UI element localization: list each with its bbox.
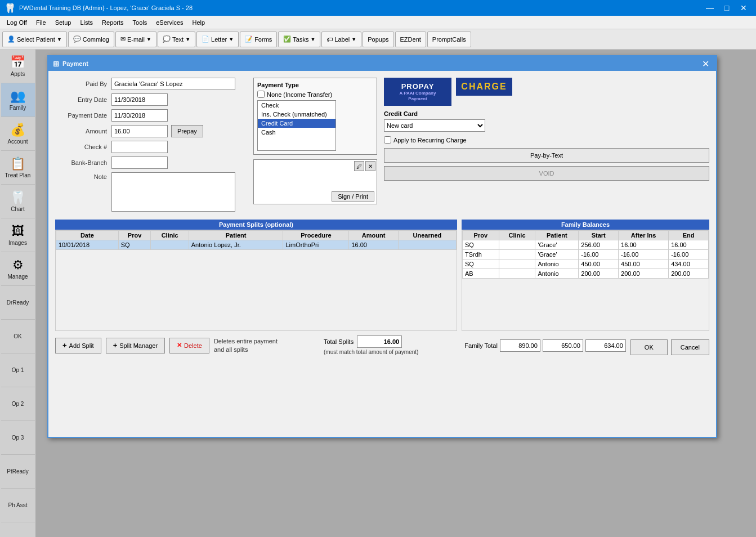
label-icon: 🏷 xyxy=(326,36,333,43)
none-income-checkbox[interactable] xyxy=(257,91,265,98)
menu-setup[interactable]: Setup xyxy=(51,18,76,27)
close-button[interactable]: ✕ xyxy=(736,0,751,16)
prepay-button[interactable]: Prepay xyxy=(171,125,203,137)
fb-clinic xyxy=(499,259,535,269)
select-patient-button[interactable]: 👤 Select Patient ▼ xyxy=(2,32,67,47)
family-total-input2[interactable] xyxy=(543,339,583,352)
payment-modal: ⊞ Payment ✕ Paid By Entry Dat xyxy=(47,55,717,438)
sidebar-item-appts-label: Appts xyxy=(11,71,25,78)
fb-afterins: 200.00 xyxy=(619,269,669,279)
fb-col-clinic: Clinic xyxy=(499,231,535,240)
sidebar-item-treat-plan[interactable]: 📋 Treat Plan xyxy=(1,151,35,185)
apply-recurring-checkbox[interactable] xyxy=(384,136,391,144)
fb-patient: Antonio xyxy=(535,269,579,279)
table-row[interactable]: AB Antonio 200.00 200.00 200.00 xyxy=(463,269,709,279)
sidebar-item-manage[interactable]: ⚙ Manage xyxy=(1,252,35,286)
commlog-button[interactable]: 💬 Commlog xyxy=(68,32,114,47)
menu-help[interactable]: Help xyxy=(188,18,210,27)
payment-right-section: PROPAY A PAAI CompanyPayment CHARGE Cred… xyxy=(384,78,709,215)
label-button[interactable]: 🏷 Label ▼ xyxy=(321,32,361,47)
amount-input[interactable] xyxy=(111,125,168,137)
total-splits-input[interactable] xyxy=(357,335,402,348)
sidebar-item-chart[interactable]: 🦷 Chart xyxy=(1,185,35,218)
entry-date-input[interactable] xyxy=(111,93,168,106)
main-area: ⊞ Payment ✕ Paid By Entry Dat xyxy=(36,50,756,537)
delete-note: Deletes entire payment and all splits xyxy=(214,337,278,353)
credit-card-select[interactable]: New card xyxy=(384,119,485,132)
table-row[interactable]: SQ 'Grace' 256.00 16.00 16.00 xyxy=(463,240,709,250)
sidebar-item-manage-label: Manage xyxy=(7,274,28,280)
family-balances-scroll[interactable]: Prov Clinic Patient Start After Ins End xyxy=(462,230,709,331)
add-split-button[interactable]: + Add Split xyxy=(55,338,101,353)
pt-item-credit-card[interactable]: Credit Card xyxy=(258,119,335,128)
sidebar-item-images-label: Images xyxy=(8,240,27,247)
sign-close-button[interactable]: ✕ xyxy=(365,161,375,171)
pt-item-cash[interactable]: Cash xyxy=(258,128,335,137)
split-manager-button[interactable]: + Split Manager xyxy=(106,338,165,353)
menu-eservices[interactable]: eServices xyxy=(151,18,187,27)
propay-text: PROPAY xyxy=(401,82,435,91)
cancel-button[interactable]: Cancel xyxy=(671,339,709,355)
promptcalls-button[interactable]: PromptCalls xyxy=(427,32,471,47)
delete-button[interactable]: ✕ Delete xyxy=(169,338,209,353)
family-total-input3[interactable] xyxy=(585,339,626,352)
paid-by-input[interactable] xyxy=(111,78,235,90)
tasks-button[interactable]: ✅ Tasks ▼ xyxy=(278,32,320,47)
sign-print-button[interactable]: Sign / Print xyxy=(332,191,374,202)
table-row[interactable]: TSrdh 'Grace' -16.00 -16.00 -16.00 xyxy=(463,250,709,259)
sign-expand-button[interactable]: 🖊 xyxy=(354,161,364,171)
payment-type-list[interactable]: Check Ins. Check (unmatched) Credit Card… xyxy=(257,100,336,151)
sidebar-item-ok[interactable]: OK xyxy=(1,320,35,353)
minimize-button[interactable]: — xyxy=(702,0,718,16)
note-label: Note xyxy=(55,173,111,180)
menu-lists[interactable]: Lists xyxy=(75,18,97,27)
ok-button[interactable]: OK xyxy=(630,339,668,355)
payment-type-box: Payment Type None (Income Transfer) Chec… xyxy=(253,78,377,155)
menu-tools[interactable]: Tools xyxy=(128,18,152,27)
sidebar-item-phasst[interactable]: Ph Asst xyxy=(1,489,35,522)
check-num-input[interactable] xyxy=(111,141,168,153)
amount-row: Amount Prepay xyxy=(55,125,247,137)
fb-col-afterins: After Ins xyxy=(619,231,669,240)
sidebar-item-op3[interactable]: Op 3 xyxy=(1,421,35,455)
sidebar-item-op2[interactable]: Op 2 xyxy=(1,387,35,421)
fb-prov: AB xyxy=(463,269,499,279)
payment-form: Paid By Entry Date Payment Date Amo xyxy=(55,78,709,215)
sidebar-item-images[interactable]: 🖼 Images xyxy=(1,218,35,252)
sidebar-item-ptready[interactable]: PtReady xyxy=(1,455,35,489)
void-button[interactable]: VOID xyxy=(384,166,709,181)
sidebar-item-op1[interactable]: Op 1 xyxy=(1,353,35,387)
sidebar-item-family[interactable]: 👥 Family xyxy=(1,83,35,117)
ezdent-button[interactable]: EZDent xyxy=(395,32,426,47)
maximize-button[interactable]: □ xyxy=(719,0,735,16)
split-unearned xyxy=(398,240,456,250)
email-button[interactable]: ✉ E-mail ▼ xyxy=(115,32,156,47)
splits-scroll[interactable]: Date Prov Clinic Patient Procedure Amoun… xyxy=(55,230,457,331)
sidebar-item-drready[interactable]: DrReady xyxy=(1,286,35,320)
popups-button[interactable]: Popups xyxy=(363,32,393,47)
sidebar-item-account[interactable]: 💰 Account xyxy=(1,117,35,151)
pt-item-ins-check[interactable]: Ins. Check (unmatched) xyxy=(258,110,335,119)
modal-close-button[interactable]: ✕ xyxy=(699,57,712,70)
note-textarea[interactable] xyxy=(111,172,235,212)
letter-button[interactable]: 📄 Letter ▼ xyxy=(196,32,239,47)
fb-clinic xyxy=(499,240,535,250)
bank-branch-input[interactable] xyxy=(111,156,168,169)
pay-by-text-button[interactable]: Pay-by-Text xyxy=(384,148,709,163)
payment-date-input[interactable] xyxy=(111,109,168,122)
splits-col-prov: Prov xyxy=(118,231,151,240)
propay-box[interactable]: PROPAY A PAAI CompanyPayment xyxy=(384,78,451,106)
charge-box[interactable]: CHARGE xyxy=(456,78,512,96)
family-total-input1[interactable] xyxy=(500,339,540,352)
menu-reports[interactable]: Reports xyxy=(97,18,128,27)
text-button[interactable]: 💭 Text ▼ xyxy=(158,32,195,47)
menu-logoff[interactable]: Log Off xyxy=(2,18,32,27)
forms-button[interactable]: 📝 Forms xyxy=(240,32,277,47)
table-row[interactable]: SQ Antonio 450.00 450.00 434.00 xyxy=(463,259,709,269)
menu-file[interactable]: File xyxy=(32,18,51,27)
sidebar-item-appts[interactable]: 📅 Appts xyxy=(1,50,35,83)
dropdown-arrow-icon: ▼ xyxy=(57,37,62,42)
pt-item-check[interactable]: Check xyxy=(258,101,335,110)
commlog-icon: 💬 xyxy=(73,35,81,43)
table-row[interactable]: 10/01/2018 SQ Antonio Lopez, Jr. LimOrth… xyxy=(56,240,457,250)
